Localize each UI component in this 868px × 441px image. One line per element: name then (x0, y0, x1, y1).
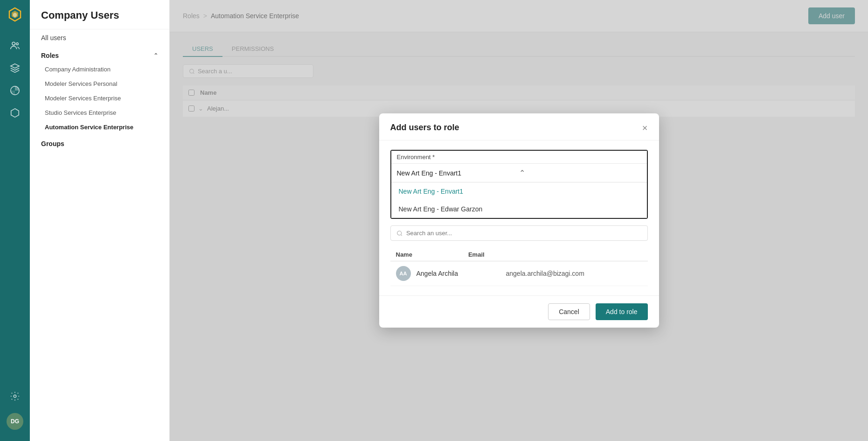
svg-marker-7 (11, 109, 19, 117)
sidebar: Company Users All users Roles ⌃ Company … (30, 0, 170, 441)
sidebar-item-modeler-personal[interactable]: Modeler Services Personal (30, 77, 169, 91)
environment-dropdown[interactable]: Environment * New Art Eng - Envart1 ⌃ Ne… (390, 150, 648, 219)
sidebar-title: Company Users (30, 0, 169, 29)
icon-nav: DG (0, 0, 30, 441)
modal-overlay: Add users to role × Environment * New Ar… (170, 0, 868, 441)
svg-point-4 (12, 42, 15, 45)
nav-users-icon[interactable] (6, 36, 24, 55)
user-name-0: Angela Archila (417, 270, 500, 277)
sidebar-item-company-admin[interactable]: Company Administration (30, 62, 169, 77)
dropdown-option-1[interactable]: New Art Eng - Edwar Garzon (391, 200, 647, 218)
dropdown-selected[interactable]: New Art Eng - Envart1 ⌃ (391, 163, 647, 182)
sidebar-roles-label: Roles (41, 52, 59, 59)
main-area: Roles > Automation Service Enterprise Ad… (170, 0, 868, 441)
user-email-0: angela.archila@bizagi.com (506, 270, 584, 277)
svg-point-5 (16, 43, 19, 45)
user-search-icon (396, 230, 403, 237)
nav-settings-icon[interactable] (6, 387, 24, 406)
sidebar-roles-section[interactable]: Roles ⌃ (30, 46, 169, 62)
dropdown-options: New Art Eng - Envart1 New Art Eng - Edwa… (391, 182, 647, 218)
user-search-box[interactable] (390, 225, 648, 241)
nav-chart-icon[interactable] (6, 81, 24, 100)
modal-footer: Cancel Add to role (379, 295, 659, 328)
dropdown-label-row: Environment * (391, 151, 647, 163)
user-avatar[interactable]: DG (7, 413, 23, 430)
nav-hexagon-icon[interactable] (6, 104, 24, 122)
modal-body: Environment * New Art Eng - Envart1 ⌃ Ne… (379, 140, 659, 295)
user-row-0: AA Angela Archila angela.archila@bizagi.… (390, 261, 648, 286)
user-col-email: Email (468, 251, 485, 258)
modal-header: Add users to role × (379, 113, 659, 140)
sidebar-item-studio-enterprise[interactable]: Studio Services Enterprise (30, 105, 169, 120)
env-label: Environment * (397, 154, 641, 161)
modal-close-button[interactable]: × (642, 123, 648, 133)
modal-dialog: Add users to role × Environment * New Ar… (379, 113, 659, 328)
app-logo[interactable] (6, 6, 24, 25)
user-avatar-aa: AA (396, 266, 411, 281)
cancel-button[interactable]: Cancel (548, 303, 590, 320)
user-table-header: Name Email (390, 248, 648, 261)
modal-title: Add users to role (390, 123, 459, 133)
sidebar-item-automation-enterprise[interactable]: Automation Service Enterprise (30, 120, 169, 134)
svg-point-10 (397, 231, 401, 235)
chevron-up-icon: ⌃ (153, 52, 158, 59)
sidebar-groups-label[interactable]: Groups (30, 134, 169, 150)
nav-layers-icon[interactable] (6, 59, 24, 77)
add-to-role-button[interactable]: Add to role (596, 303, 648, 320)
dropdown-selected-value: New Art Eng - Envart1 (397, 169, 519, 177)
sidebar-item-modeler-enterprise[interactable]: Modeler Services Enterprise (30, 91, 169, 105)
svg-point-8 (14, 395, 16, 398)
sidebar-all-users[interactable]: All users (30, 29, 169, 46)
user-search-input[interactable] (406, 230, 642, 237)
dropdown-option-0[interactable]: New Art Eng - Envart1 (391, 182, 647, 200)
chevron-up-icon: ⌃ (519, 168, 641, 177)
user-col-name: Name (396, 251, 412, 258)
